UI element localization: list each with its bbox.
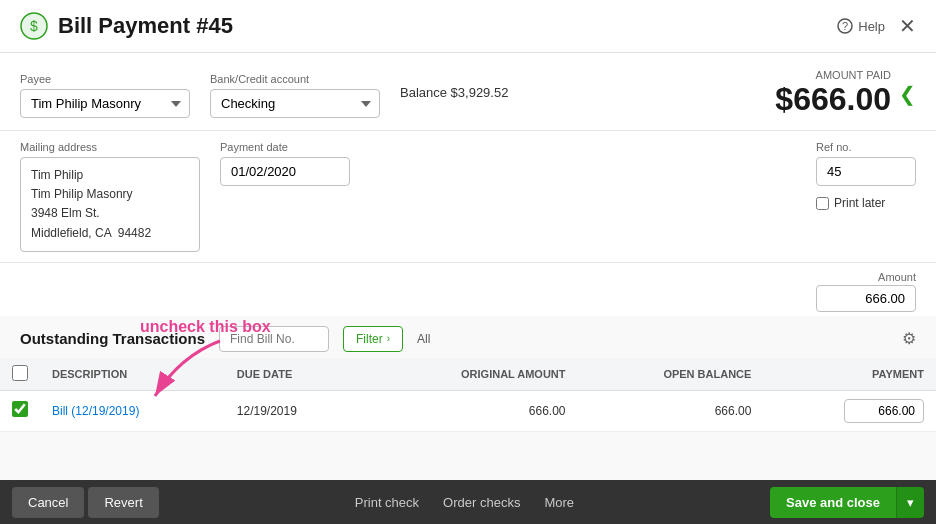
date-group: Payment date [220,141,350,252]
transactions-table: DESCRIPTION DUE DATE ORIGINAL AMOUNT OPE… [0,358,936,432]
modal-header: $ Bill Payment #45 ? Help ✕ [0,0,936,53]
original-amount-cell: 666.00 [364,390,577,431]
print-later-label[interactable]: Print later [816,196,916,210]
mailing-group: Mailing address Tim PhilipTim Philip Mas… [20,141,200,252]
payment-input[interactable] [844,399,924,423]
mailing-label: Mailing address [20,141,200,153]
payment-date-label: Payment date [220,141,350,153]
print-later-checkbox[interactable] [816,197,829,210]
help-button[interactable]: ? Help [837,18,885,34]
print-check-button[interactable]: Print check [355,495,419,510]
col-payment: PAYMENT [763,358,936,391]
header-right: ? Help ✕ [837,14,916,38]
header-left: $ Bill Payment #45 [20,12,233,40]
table-row: Bill (12/19/2019) 12/19/2019 666.00 666.… [0,390,936,431]
col-due-date: DUE DATE [225,358,364,391]
amount-col-input[interactable] [816,285,916,312]
open-balance-cell: 666.00 [578,390,764,431]
save-dropdown-icon: ▾ [907,495,914,510]
save-dropdown-button[interactable]: ▾ [896,487,924,518]
due-date-cell: 12/19/2019 [225,390,364,431]
bank-group: Bank/Credit account Checking [210,73,380,118]
col-description: DESCRIPTION [40,358,225,391]
modal-title: Bill Payment #45 [58,13,233,39]
select-all-checkbox[interactable] [12,365,28,381]
form-area: Payee Tim Philip Masonry Bank/Credit acc… [0,53,936,131]
balance-text: Balance $3,929.52 [400,85,508,102]
filter-button[interactable]: Filter › [343,326,403,352]
find-bill-input[interactable] [219,326,329,352]
order-checks-button[interactable]: Order checks [443,495,520,510]
footer-center: Print check Order checks More [163,495,766,510]
bill-payment-icon: $ [20,12,48,40]
amount-paid-value: $666.00 [775,81,891,117]
row-checkbox[interactable] [12,401,28,417]
save-and-close-button[interactable]: Save and close [770,487,896,518]
all-link[interactable]: All [417,332,430,346]
save-group: Save and close ▾ [770,487,924,518]
form-row: Payee Tim Philip Masonry Bank/Credit acc… [20,69,916,118]
more-button[interactable]: More [544,495,574,510]
help-icon: ? [837,18,853,34]
close-button[interactable]: ✕ [899,14,916,38]
amount-paid-block: AMOUNT PAID $666.00 ❮ [775,69,916,118]
transactions-table-wrap: DESCRIPTION DUE DATE ORIGINAL AMOUNT OPE… [0,358,936,480]
mailing-text: Tim PhilipTim Philip Masonry3948 Elm St.… [31,168,151,240]
svg-text:?: ? [842,20,848,32]
bill-link[interactable]: Bill (12/19/2019) [52,404,139,418]
col-open-balance: OPEN BALANCE [578,358,764,391]
collapse-icon[interactable]: ❮ [899,82,916,106]
bank-select[interactable]: Checking [210,89,380,118]
bank-label: Bank/Credit account [210,73,380,85]
detail-row: Mailing address Tim PhilipTim Philip Mas… [0,131,936,263]
amount-col: Amount [816,271,916,312]
refno-label: Ref no. [816,141,916,153]
revert-button[interactable]: Revert [88,487,158,518]
gear-icon[interactable]: ⚙ [902,329,916,348]
transactions-area: uncheck this box Outstanding Transaction… [0,316,936,480]
refno-input[interactable] [816,157,916,186]
footer: Cancel Revert Print check Order checks M… [0,480,936,524]
mailing-box: Tim PhilipTim Philip Masonry3948 Elm St.… [20,157,200,252]
bill-payment-modal: $ Bill Payment #45 ? Help ✕ Payee Tim Ph… [0,0,936,524]
svg-text:$: $ [30,18,38,34]
help-label: Help [858,19,885,34]
cancel-button[interactable]: Cancel [12,487,84,518]
filter-chevron-icon: › [387,333,390,344]
refno-group: Ref no. Print later [816,141,916,252]
transactions-header: Outstanding Transactions Filter › All ⚙ [0,316,936,358]
payee-select[interactable]: Tim Philip Masonry [20,89,190,118]
amount-row: Amount [0,263,936,316]
payee-label: Payee [20,73,190,85]
amount-paid-label: AMOUNT PAID [775,69,891,81]
amount-col-label: Amount [878,271,916,283]
amount-paid-info: AMOUNT PAID $666.00 [775,69,891,118]
payee-group: Payee Tim Philip Masonry [20,73,190,118]
transactions-title: Outstanding Transactions [20,330,205,347]
payment-date-input[interactable] [220,157,350,186]
col-original-amount: ORIGINAL AMOUNT [364,358,577,391]
